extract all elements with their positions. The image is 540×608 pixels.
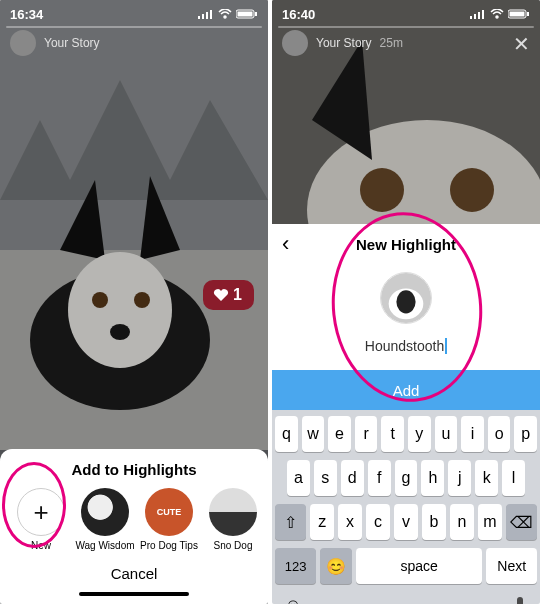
screenshot-left: 16:34 Your Story 1 Add to Highlights + N… xyxy=(0,0,268,604)
clock: 16:40 xyxy=(282,7,315,22)
clock: 16:34 xyxy=(10,7,43,22)
key-j[interactable]: j xyxy=(448,460,471,496)
highlight-label: Sno Dog xyxy=(214,540,253,551)
wifi-icon xyxy=(218,9,232,19)
highlight-item[interactable]: Sno Dog xyxy=(206,488,260,551)
battery-icon xyxy=(236,9,258,19)
story-owner-label: Your Story xyxy=(316,36,372,50)
svg-rect-22 xyxy=(474,14,476,19)
highlight-name-input[interactable]: Houndstooth xyxy=(365,338,447,354)
key-y[interactable]: y xyxy=(408,416,431,452)
avatar[interactable] xyxy=(282,30,308,56)
key-h[interactable]: h xyxy=(421,460,444,496)
svg-rect-10 xyxy=(202,14,204,19)
new-highlight-label: New xyxy=(31,540,51,551)
svg-rect-24 xyxy=(482,10,484,19)
key-f[interactable]: f xyxy=(368,460,391,496)
key-r[interactable]: r xyxy=(355,416,378,452)
key-k[interactable]: k xyxy=(475,460,498,496)
highlight-item[interactable]: Wag Wisdom xyxy=(78,488,132,551)
screenshot-right: 16:40 Your Story 25m ✕ ‹ New Highlight H… xyxy=(272,0,540,604)
mic-icon[interactable] xyxy=(513,596,527,604)
battery-icon xyxy=(508,9,530,19)
plus-icon: + xyxy=(17,488,65,536)
svg-rect-15 xyxy=(255,12,257,16)
home-indicator[interactable] xyxy=(79,592,189,596)
key-o[interactable]: o xyxy=(488,416,511,452)
key-u[interactable]: u xyxy=(435,416,458,452)
svg-rect-26 xyxy=(510,12,525,17)
back-icon[interactable]: ‹ xyxy=(282,231,289,257)
story-age: 25m xyxy=(380,36,403,50)
key-d[interactable]: d xyxy=(341,460,364,496)
svg-rect-31 xyxy=(517,597,523,604)
svg-rect-9 xyxy=(198,16,200,19)
svg-rect-11 xyxy=(206,12,208,19)
keyboard: qwertyuiop asdfghjkl ⇧ zxcvbnm⌫ 123 😊 sp… xyxy=(272,410,540,604)
svg-rect-27 xyxy=(527,12,529,16)
key-t[interactable]: t xyxy=(381,416,404,452)
highlight-label: Wag Wisdom xyxy=(75,540,134,551)
avatar[interactable] xyxy=(10,30,36,56)
space-key[interactable]: space xyxy=(356,548,483,584)
key-w[interactable]: w xyxy=(302,416,325,452)
svg-rect-23 xyxy=(478,12,480,19)
status-bar: 16:34 xyxy=(0,0,268,28)
highlights-sheet: Add to Highlights + New Wag Wisdom CUTE … xyxy=(0,449,268,604)
key-l[interactable]: l xyxy=(502,460,525,496)
key-a[interactable]: a xyxy=(287,460,310,496)
key-n[interactable]: n xyxy=(450,504,474,540)
svg-rect-12 xyxy=(210,10,212,19)
emoji-icon[interactable]: ☺ xyxy=(285,596,301,604)
svg-rect-14 xyxy=(238,12,253,17)
key-q[interactable]: q xyxy=(275,416,298,452)
key-c[interactable]: c xyxy=(366,504,390,540)
heart-icon xyxy=(213,288,229,302)
signal-icon xyxy=(470,9,486,19)
story-owner-label: Your Story xyxy=(44,36,100,50)
key-z[interactable]: z xyxy=(310,504,334,540)
highlight-label: Pro Dog Tips xyxy=(140,540,198,551)
status-indicators xyxy=(470,9,530,19)
numbers-key[interactable]: 123 xyxy=(275,548,316,584)
key-m[interactable]: m xyxy=(478,504,502,540)
highlight-item[interactable]: CUTE Pro Dog Tips xyxy=(142,488,196,551)
highlights-row[interactable]: + New Wag Wisdom CUTE Pro Dog Tips Sno D… xyxy=(0,488,268,551)
close-icon[interactable]: ✕ xyxy=(513,32,530,56)
key-e[interactable]: e xyxy=(328,416,351,452)
status-bar: 16:40 xyxy=(272,0,540,28)
like-badge[interactable]: 1 xyxy=(203,280,254,310)
next-key[interactable]: Next xyxy=(486,548,537,584)
new-highlight-button[interactable]: + New xyxy=(14,488,68,551)
add-button[interactable]: Add xyxy=(272,370,540,410)
emoji-key[interactable]: 😊 xyxy=(320,548,352,584)
new-highlight-header: ‹ New Highlight xyxy=(272,224,540,264)
sheet-title: Add to Highlights xyxy=(0,461,268,478)
signal-icon xyxy=(198,9,214,19)
svg-rect-21 xyxy=(470,16,472,19)
key-p[interactable]: p xyxy=(514,416,537,452)
new-highlight-body: Houndstooth xyxy=(272,264,540,354)
status-indicators xyxy=(198,9,258,19)
story-header: Your Story 25m xyxy=(282,30,530,56)
key-i[interactable]: i xyxy=(461,416,484,452)
wifi-icon xyxy=(490,9,504,19)
backspace-key[interactable]: ⌫ xyxy=(506,504,537,540)
highlight-cover-preview[interactable] xyxy=(380,272,432,324)
page-title: New Highlight xyxy=(356,236,456,253)
svg-point-30 xyxy=(396,290,415,313)
shift-key[interactable]: ⇧ xyxy=(275,504,306,540)
key-b[interactable]: b xyxy=(422,504,446,540)
cancel-button[interactable]: Cancel xyxy=(0,551,268,586)
key-s[interactable]: s xyxy=(314,460,337,496)
story-header: Your Story xyxy=(10,30,258,56)
key-x[interactable]: x xyxy=(338,504,362,540)
like-count: 1 xyxy=(233,286,242,304)
key-g[interactable]: g xyxy=(395,460,418,496)
key-v[interactable]: v xyxy=(394,504,418,540)
